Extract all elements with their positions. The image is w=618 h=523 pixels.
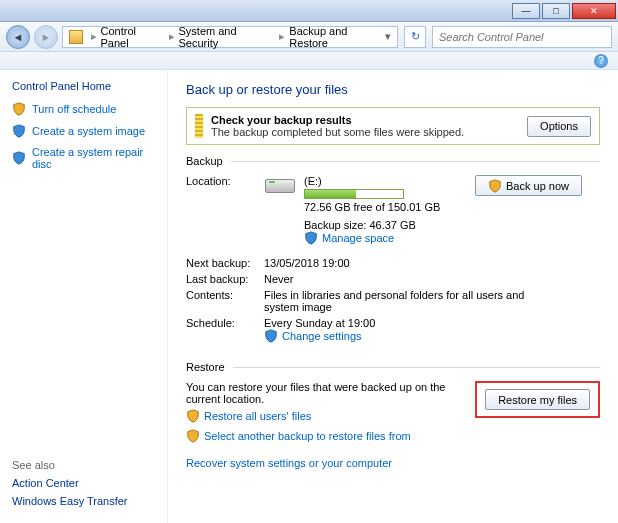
search-box[interactable]	[432, 26, 612, 48]
sidebar-create-system-image[interactable]: Create a system image	[12, 124, 155, 138]
free-space-text: 72.56 GB free of 150.01 GB	[304, 201, 600, 213]
restore-section: Restore You can restore your files that …	[186, 361, 600, 473]
see-also-label: See also	[12, 459, 155, 471]
shield-icon	[12, 151, 26, 165]
sidebar-item-label: Create a system repair disc	[32, 146, 155, 170]
navbar: ◄ ► ▸ Control Panel ▸ System and Securit…	[0, 22, 618, 52]
restore-my-files-highlight: Restore my files	[475, 381, 600, 418]
select-another-label: Select another backup to restore files f…	[204, 430, 411, 442]
breadcrumb-dropdown-icon[interactable]: ▾	[385, 30, 391, 43]
maximize-button[interactable]: □	[542, 3, 570, 19]
contents-label: Contents:	[186, 289, 264, 313]
next-backup-value: 13/05/2018 19:00	[264, 257, 600, 269]
alert-title: Check your backup results	[211, 114, 527, 126]
schedule-value: Every Sunday at 19:00	[264, 317, 600, 329]
breadcrumb-sep: ▸	[91, 30, 97, 43]
last-backup-value: Never	[264, 273, 600, 285]
breadcrumb-item[interactable]: Control Panel	[101, 25, 165, 49]
minimize-button[interactable]: —	[512, 3, 540, 19]
breadcrumb[interactable]: ▸ Control Panel ▸ System and Security ▸ …	[62, 26, 398, 48]
restore-text: You can restore your files that were bac…	[186, 381, 465, 405]
breadcrumb-sep: ▸	[169, 30, 175, 43]
select-another-backup-link[interactable]: Select another backup to restore files f…	[186, 429, 411, 443]
see-also-action-center[interactable]: Action Center	[12, 477, 155, 489]
shield-icon	[186, 409, 200, 423]
sidebar-item-label: Create a system image	[32, 125, 145, 137]
manage-space-label: Manage space	[322, 232, 394, 244]
shield-icon	[186, 429, 200, 443]
search-input[interactable]	[433, 31, 611, 43]
window-titlebar: — □ ✕	[0, 0, 618, 22]
restore-all-users-link[interactable]: Restore all users' files	[186, 409, 311, 423]
alert-subtext: The backup completed but some files were…	[211, 126, 527, 138]
backup-size-text: Backup size: 46.37 GB	[304, 219, 600, 231]
location-label: Location:	[186, 175, 264, 247]
manage-space-link[interactable]: Manage space	[304, 231, 394, 245]
sidebar: Control Panel Home Turn off schedule Cre…	[0, 70, 168, 523]
see-also-easy-transfer[interactable]: Windows Easy Transfer	[12, 495, 155, 507]
next-backup-label: Next backup:	[186, 257, 264, 269]
last-backup-label: Last backup:	[186, 273, 264, 285]
schedule-label: Schedule:	[186, 317, 264, 345]
content-pane: Back up or restore your files Check your…	[168, 70, 618, 523]
breadcrumb-item[interactable]: System and Security	[179, 25, 276, 49]
recover-system-link[interactable]: Recover system settings or your computer	[186, 457, 600, 469]
sidebar-item-label: Turn off schedule	[32, 103, 116, 115]
backup-alert: Check your backup results The backup com…	[186, 107, 600, 145]
sidebar-turn-off-schedule[interactable]: Turn off schedule	[12, 102, 155, 116]
toolbar-strip: ?	[0, 52, 618, 70]
disk-usage-bar	[304, 189, 404, 199]
shield-icon	[304, 231, 318, 245]
sidebar-create-repair-disc[interactable]: Create a system repair disc	[12, 146, 155, 170]
control-panel-icon	[69, 30, 83, 44]
breadcrumb-sep: ▸	[279, 30, 285, 43]
shield-icon	[488, 179, 502, 193]
shield-icon	[12, 102, 26, 116]
backup-legend: Backup	[186, 155, 231, 167]
breadcrumb-item[interactable]: Backup and Restore	[289, 25, 385, 49]
back-up-now-button[interactable]: Back up now	[475, 175, 582, 196]
back-up-now-label: Back up now	[506, 180, 569, 192]
close-button[interactable]: ✕	[572, 3, 616, 19]
shield-icon	[264, 329, 278, 343]
help-icon[interactable]: ?	[594, 54, 608, 68]
page-title: Back up or restore your files	[186, 82, 600, 97]
shield-icon	[12, 124, 26, 138]
back-button[interactable]: ◄	[6, 25, 30, 49]
control-panel-home-link[interactable]: Control Panel Home	[12, 80, 155, 92]
change-settings-label: Change settings	[282, 330, 362, 342]
contents-value: Files in libraries and personal folders …	[264, 289, 544, 313]
warning-stripe-icon	[195, 114, 203, 138]
drive-icon	[264, 175, 296, 247]
change-settings-link[interactable]: Change settings	[264, 329, 362, 343]
restore-all-label: Restore all users' files	[204, 410, 311, 422]
refresh-button[interactable]: ↻	[404, 26, 426, 48]
restore-legend: Restore	[186, 361, 233, 373]
backup-section: Backup Back up now Location: (E:) 72.56 …	[186, 155, 600, 353]
restore-my-files-button[interactable]: Restore my files	[485, 389, 590, 410]
options-button[interactable]: Options	[527, 116, 591, 137]
forward-button[interactable]: ►	[34, 25, 58, 49]
